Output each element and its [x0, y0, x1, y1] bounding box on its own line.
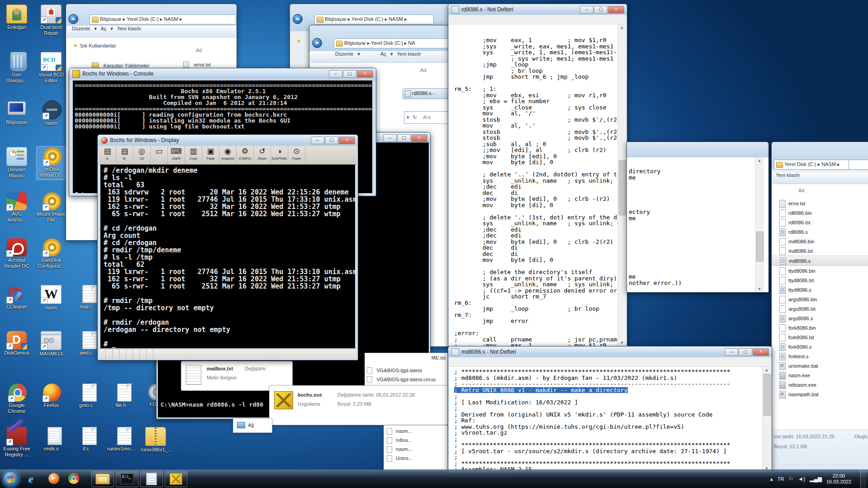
- language-indicator[interactable]: TR: [778, 476, 784, 482]
- desktop-icon[interactable]: ↗ Dual-boot Repair: [36, 4, 66, 38]
- maximize-button[interactable]: ▢: [343, 70, 356, 78]
- breadcrumb[interactable]: Bilgisayar ▸ Yerel Disk (C:) ▸ NA: [334, 38, 456, 48]
- taskbar-wmp-icon[interactable]: [48, 473, 60, 485]
- menu-item[interactable]: [449, 357, 456, 366]
- desktop-icon[interactable]: ↗ pwd.c: [71, 330, 101, 357]
- file-row[interactable]: error.txt: [772, 199, 868, 208]
- toolbar-button[interactable]: ⌨ USER: [168, 146, 185, 163]
- column-header-ad[interactable]: Ad: [798, 188, 804, 193]
- toolbar-button[interactable]: ⊙ Power: [288, 146, 305, 163]
- file-row[interactable]: args8086.bin: [772, 294, 868, 304]
- taskbar-chrome-icon[interactable]: [68, 473, 80, 485]
- breadcrumb[interactable]: Yerel Disk (C:) ▸ NASM ▸: [774, 160, 857, 170]
- desktop-icon[interactable]: ↗ Acrobat Reader DC: [2, 237, 32, 270]
- file-row[interactable]: ttyd8086.s: [772, 285, 868, 294]
- minimize-button[interactable]: –: [725, 348, 738, 356]
- desktop-icon[interactable]: ↗ runixv1mo...: [106, 426, 136, 453]
- toolbar-button[interactable]: ⚙ CONFIG: [237, 146, 254, 163]
- file-row[interactable]: ndisasm.exe: [772, 380, 868, 389]
- toolbar-ac[interactable]: Aç ▾: [380, 51, 393, 57]
- forward-button[interactable]: ►: [68, 14, 78, 24]
- scrollbar-thumb[interactable]: [764, 374, 771, 416]
- desktop-icon[interactable]: ↗ Geri Dönüşü...: [2, 51, 32, 85]
- desktop-icon[interactable]: ↗ Bilgisayar: [2, 99, 32, 127]
- column-header-ad[interactable]: Ad: [196, 47, 202, 53]
- desktop-icon[interactable]: ↗ Eusing Free Registry ...: [2, 426, 32, 459]
- file-row[interactable]: nasmpath.bat: [772, 389, 868, 399]
- toolbar-button[interactable]: ◑ SUSPEND: [271, 146, 288, 163]
- desktop-icon[interactable]: ↗ mail.c: [71, 284, 101, 311]
- notepad-text-area[interactable]: ;mov eax, 1 ; mov $1,r0 ;sys _write, eax…: [449, 24, 618, 346]
- breadcrumb[interactable]: Bilgisayar ▸ Yerel Disk (C:) ▸ NASM ▸: [314, 14, 434, 24]
- tray-expand-icon[interactable]: ▴: [770, 476, 773, 482]
- menu-item[interactable]: [456, 15, 463, 24]
- toolbar-button[interactable]: ▣ Paste: [202, 146, 219, 163]
- file-row[interactable]: fork8086.lst: [772, 332, 868, 342]
- desktop-icon[interactable]: ↗ Google Chrome: [2, 383, 32, 416]
- file-label[interactable]: ME.txt: [432, 355, 446, 360]
- file-row[interactable]: fork8086.bin: [772, 323, 868, 332]
- background-search-fragment[interactable]: ▾ ↻ Ara: [404, 111, 449, 124]
- menu-item[interactable]: [470, 357, 478, 366]
- desktop-icon[interactable]: ↗ runix386v1_...: [141, 426, 171, 454]
- desktop-icon[interactable]: ↗ rmdir.s: [36, 426, 66, 453]
- scroll-up-arrow[interactable]: ▲: [619, 24, 625, 31]
- dropdown-arrow-icon[interactable]: ▾: [407, 114, 409, 120]
- network-label[interactable]: Ağ: [248, 422, 254, 428]
- toolbar-button[interactable]: ▤ B:: [116, 146, 133, 163]
- menu-item[interactable]: [463, 15, 470, 24]
- toolbar-duzenle[interactable]: Düzenle ▾: [72, 26, 97, 31]
- breadcrumb[interactable]: Bilgisayar ▸ Yerel Disk (C:) ▸ NASM ▸: [90, 14, 236, 24]
- file-row[interactable]: rd8086.s: [772, 227, 868, 237]
- desktop-icon[interactable]: ↗ AVG AntiVir...: [2, 191, 32, 224]
- scrollbar-thumb[interactable]: [756, 232, 764, 261]
- close-button[interactable]: ×: [753, 348, 769, 356]
- toolbar-duzenle[interactable]: Düzenle ▾: [335, 51, 360, 57]
- file-row[interactable]: md8086.bin: [772, 237, 868, 246]
- refresh-icon[interactable]: ↻: [413, 114, 417, 120]
- desktop-icon[interactable]: ↗ Denetim Masası: [2, 146, 32, 180]
- forward-button[interactable]: ►: [312, 38, 322, 48]
- minimize-button[interactable]: –: [580, 6, 593, 14]
- toolbar-ac[interactable]: Aç ▾: [100, 26, 113, 31]
- vertical-scrollbar[interactable]: ▲ ▼: [755, 157, 764, 292]
- desktop-icon[interactable]: ↗ nasm: [36, 99, 66, 128]
- vertical-scrollbar[interactable]: ▲ ▼: [617, 24, 626, 346]
- notepad-text-area[interactable]: ; **************************************…: [449, 367, 763, 472]
- vertical-scrollbar[interactable]: ▲ ▼: [762, 367, 771, 472]
- action-center-icon[interactable]: ⚐: [788, 476, 793, 482]
- taskbar-explorer-button[interactable]: [91, 471, 114, 487]
- maximize-button[interactable]: ▢: [397, 134, 411, 142]
- menu-item[interactable]: [470, 15, 478, 24]
- close-button[interactable]: ×: [357, 70, 373, 78]
- desktop-icon[interactable]: ↗ goto.c: [71, 383, 101, 410]
- desktop-icon[interactable]: ↗ MASM614: [36, 330, 66, 358]
- menu-item[interactable]: [456, 357, 463, 366]
- toolbar-button[interactable]: ◉ snapshot: [219, 146, 237, 163]
- desktop-icon[interactable]: ↗ RamDisk Configurat...: [36, 237, 66, 270]
- scroll-up-arrow[interactable]: ▲: [764, 367, 770, 373]
- desktop-icon[interactable]: ↗ Firefox: [36, 383, 66, 410]
- file-row[interactable]: nasm.exe: [772, 370, 868, 380]
- file-row[interactable]: args8086.s: [772, 313, 868, 323]
- minimize-button[interactable]: –: [329, 70, 342, 78]
- file-row[interactable]: fork8086.s: [772, 342, 868, 351]
- file-row[interactable]: unixmake.bat: [772, 361, 868, 370]
- taskbar-ie-icon[interactable]: e: [28, 473, 40, 485]
- scroll-up-arrow[interactable]: ▲: [756, 157, 763, 164]
- desktop-icon[interactable]: ↗ file.h: [106, 383, 136, 410]
- file-row[interactable]: ndisa...: [387, 437, 447, 446]
- taskbar-bochs-button[interactable]: [165, 471, 187, 487]
- menu-item[interactable]: [478, 357, 485, 366]
- file-row[interactable]: md8086.s: [772, 256, 868, 266]
- desktop-icon[interactable]: ↗ Erdoğan: [2, 4, 32, 32]
- file-row-error-txt[interactable]: error.txt: [183, 60, 211, 68]
- forward-button[interactable]: ►: [293, 14, 303, 24]
- file-row[interactable]: ttyd8086.lst: [772, 275, 868, 285]
- taskbar-notepad-button[interactable]: [140, 471, 163, 487]
- show-desktop-button[interactable]: [860, 470, 866, 488]
- file-row[interactable]: nasm...: [387, 446, 447, 455]
- close-button[interactable]: ×: [339, 137, 355, 144]
- desktop-icon[interactable]: ↗ Mount Image File: [36, 191, 66, 224]
- file-row[interactable]: rd8086.lst: [772, 218, 868, 227]
